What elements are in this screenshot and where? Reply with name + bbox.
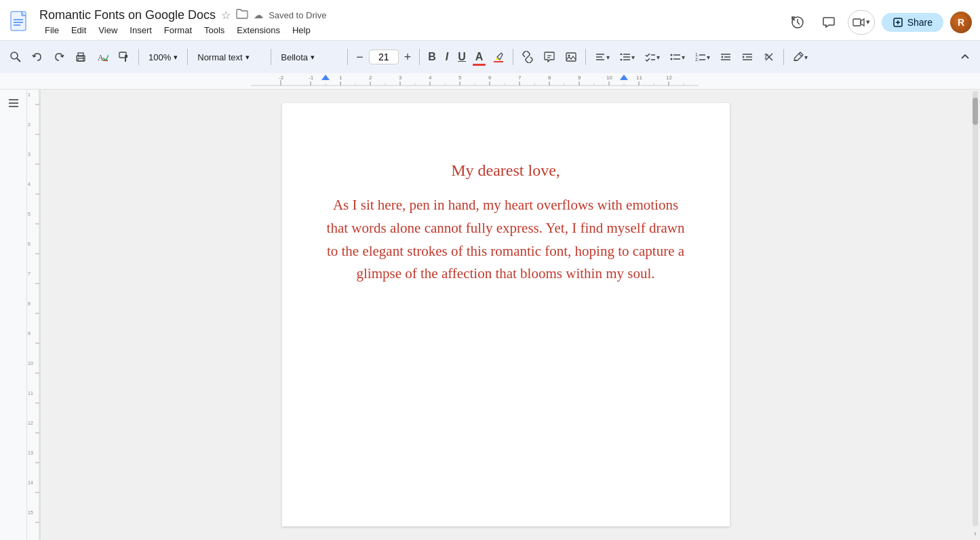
- scroll-thumb[interactable]: [973, 98, 978, 125]
- spellcheck-button[interactable]: A: [92, 48, 113, 66]
- font-size-increase-button[interactable]: +: [400, 47, 416, 67]
- svg-text:3: 3: [399, 75, 402, 81]
- separator-2: [187, 49, 188, 65]
- svg-text:8: 8: [28, 301, 31, 306]
- share-button[interactable]: Share: [882, 13, 943, 32]
- svg-text:1: 1: [28, 92, 31, 97]
- menu-edit[interactable]: Edit: [66, 24, 92, 37]
- doc-greeting: My dearest love,: [323, 157, 689, 183]
- svg-text:6: 6: [28, 242, 31, 246]
- separator-1: [138, 49, 139, 65]
- svg-text:7: 7: [28, 271, 31, 276]
- svg-text:6: 6: [488, 75, 492, 81]
- svg-text:9: 9: [578, 75, 581, 81]
- svg-text:2.: 2.: [695, 57, 699, 62]
- expand-handle[interactable]: ‹: [971, 526, 980, 540]
- document-content[interactable]: My dearest love, As I sit here, pen in h…: [323, 157, 689, 286]
- svg-text:1.: 1.: [695, 52, 699, 57]
- scroll-track[interactable]: [973, 91, 978, 526]
- svg-text:4: 4: [28, 182, 31, 187]
- zoom-dropdown[interactable]: 100% ▾: [143, 50, 183, 65]
- clear-formatting-button[interactable]: T: [759, 48, 779, 66]
- collapse-toolbar-button[interactable]: [956, 49, 975, 65]
- history-button[interactable]: [785, 10, 810, 35]
- indent-decrease-button[interactable]: [716, 48, 736, 66]
- undo-button[interactable]: [27, 48, 47, 66]
- svg-point-33: [671, 54, 673, 56]
- italic-button[interactable]: I: [442, 48, 452, 66]
- svg-point-35: [671, 58, 673, 60]
- font-color-bar: [473, 64, 486, 66]
- line-spacing-button[interactable]: ▾: [615, 48, 639, 66]
- svg-text:12: 12: [666, 75, 672, 81]
- svg-text:A: A: [98, 53, 104, 62]
- menu-help[interactable]: Help: [287, 24, 316, 37]
- comment-button[interactable]: [817, 10, 841, 35]
- menu-format[interactable]: Format: [159, 24, 197, 37]
- redo-button[interactable]: [49, 48, 69, 66]
- edit-mode-button[interactable]: ▾: [788, 48, 812, 66]
- bold-button[interactable]: B: [424, 48, 440, 66]
- checklist-button[interactable]: ▾: [640, 48, 664, 66]
- bullet-list-button[interactable]: ▾: [665, 48, 689, 66]
- font-color-button[interactable]: A: [471, 48, 488, 66]
- menu-tools[interactable]: Tools: [199, 24, 230, 37]
- meet-button[interactable]: ▾: [848, 10, 875, 35]
- share-label: Share: [907, 17, 933, 28]
- underline-button[interactable]: U: [454, 48, 470, 66]
- outline-toggle-button[interactable]: [7, 96, 20, 113]
- svg-text:3: 3: [28, 152, 31, 157]
- svg-text:8: 8: [548, 75, 551, 81]
- search-button[interactable]: [5, 48, 26, 66]
- font-chevron: ▾: [311, 53, 315, 62]
- insert-image-button[interactable]: [561, 48, 581, 66]
- svg-point-10: [11, 52, 18, 59]
- left-panel: [0, 90, 27, 540]
- zoom-value: 100%: [149, 52, 171, 62]
- print-button[interactable]: [71, 48, 91, 66]
- indent-increase-button[interactable]: [737, 48, 758, 66]
- numbered-list-button[interactable]: 1.2. ▾: [690, 48, 714, 66]
- doc-title[interactable]: Romantic Fonts on Google Docs: [39, 8, 216, 22]
- svg-text:T: T: [764, 52, 768, 60]
- font-color-icon: A: [475, 51, 484, 63]
- link-button[interactable]: [517, 48, 538, 66]
- document-area[interactable]: My dearest love, As I sit here, pen in h…: [41, 90, 971, 540]
- menu-view[interactable]: View: [93, 24, 123, 37]
- star-icon[interactable]: ☆: [221, 9, 231, 22]
- svg-text:11: 11: [636, 75, 642, 81]
- svg-text:11: 11: [28, 391, 33, 396]
- svg-text:5: 5: [458, 75, 462, 81]
- folder-icon[interactable]: [236, 9, 248, 21]
- menu-insert[interactable]: Insert: [124, 24, 157, 37]
- svg-text:15: 15: [28, 510, 33, 515]
- svg-text:4: 4: [429, 75, 432, 81]
- separator-3: [271, 49, 271, 65]
- font-dropdown[interactable]: Bellota ▾: [275, 50, 343, 65]
- toolbar: A 100% ▾ Normal text ▾ Bellota ▾ − 21 + …: [0, 41, 980, 73]
- paint-format-button[interactable]: [114, 48, 134, 66]
- insert-comment-button[interactable]: [539, 48, 560, 66]
- style-dropdown[interactable]: Normal text ▾: [192, 50, 267, 65]
- meet-chevron: ▾: [866, 18, 870, 26]
- scrollbar[interactable]: ‹: [971, 90, 980, 540]
- document-page: My dearest love, As I sit here, pen in h…: [282, 103, 730, 526]
- font-size-decrease-button[interactable]: −: [352, 47, 368, 67]
- highlight-button[interactable]: [488, 48, 509, 66]
- menu-extensions[interactable]: Extensions: [231, 24, 286, 37]
- svg-rect-14: [78, 58, 83, 61]
- font-size-input[interactable]: 21: [369, 50, 399, 64]
- svg-rect-99: [27, 90, 41, 540]
- align-button[interactable]: ▾: [590, 48, 614, 66]
- svg-text:1: 1: [339, 75, 342, 81]
- main-content-area: 1 2 3 4 5 6 7 8 9 10 11: [0, 90, 980, 540]
- svg-text:-1: -1: [309, 75, 314, 81]
- ruler: -2 -1 1 2 3 4 5: [251, 75, 980, 88]
- svg-text:5: 5: [28, 212, 31, 216]
- svg-line-20: [526, 56, 529, 58]
- title-bar: Romantic Fonts on Google Docs ☆ ☁ Saved …: [0, 0, 980, 41]
- font-value: Bellota: [281, 52, 308, 62]
- svg-text:2: 2: [369, 75, 372, 81]
- user-avatar[interactable]: R: [950, 12, 972, 33]
- menu-file[interactable]: File: [39, 24, 64, 37]
